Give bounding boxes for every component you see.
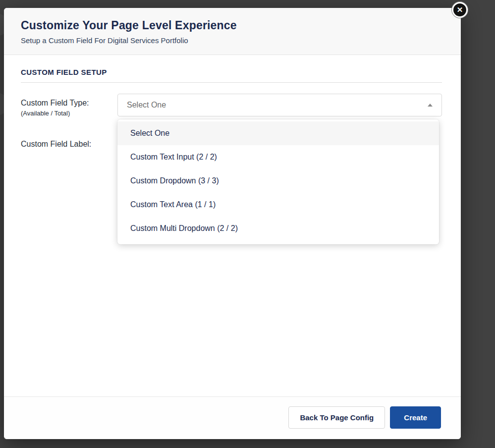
field-type-select[interactable]: Select One bbox=[117, 94, 442, 116]
create-button[interactable]: Create bbox=[390, 406, 441, 429]
field-type-control: Select One Select One Custom Text Input … bbox=[117, 94, 442, 117]
field-type-label: Custom Field Type: bbox=[21, 99, 117, 108]
page-title: Customize Your Page Level Experience bbox=[21, 19, 444, 32]
back-to-page-config-button[interactable]: Back To Page Config bbox=[288, 406, 385, 429]
page-subtitle: Setup a Custom Field For Digital Service… bbox=[21, 36, 444, 45]
section-title: CUSTOM FIELD SETUP bbox=[21, 68, 442, 83]
close-icon: ✕ bbox=[457, 5, 463, 14]
field-type-label-col: Custom Field Type: (Available / Total) bbox=[21, 94, 117, 117]
modal-header: Customize Your Page Level Experience Set… bbox=[4, 8, 461, 55]
dropdown-option-custom-dropdown[interactable]: Custom Dropdown (3 / 3) bbox=[117, 169, 439, 193]
select-value: Select One bbox=[127, 101, 166, 110]
field-label-label-col: Custom Field Label: bbox=[21, 135, 117, 149]
custom-field-modal: ✕ Customize Your Page Level Experience S… bbox=[4, 8, 461, 439]
field-type-sublabel: (Available / Total) bbox=[21, 110, 117, 117]
dropdown-option-select-one[interactable]: Select One bbox=[117, 121, 439, 145]
field-type-row: Custom Field Type: (Available / Total) S… bbox=[21, 94, 442, 117]
field-type-dropdown-menu: Select One Custom Text Input (2 / 2) Cus… bbox=[117, 119, 439, 244]
field-label-label: Custom Field Label: bbox=[21, 140, 117, 149]
dropdown-option-custom-text-area[interactable]: Custom Text Area (1 / 1) bbox=[117, 193, 439, 217]
dropdown-option-custom-multi-dropdown[interactable]: Custom Multi Dropdown (2 / 2) bbox=[117, 217, 439, 240]
modal-footer: Back To Page Config Create bbox=[4, 396, 461, 439]
caret-up-icon bbox=[428, 104, 433, 107]
modal-body: CUSTOM FIELD SETUP Custom Field Type: (A… bbox=[4, 55, 461, 396]
close-button[interactable]: ✕ bbox=[452, 2, 468, 18]
dropdown-option-custom-text-input[interactable]: Custom Text Input (2 / 2) bbox=[117, 145, 439, 169]
